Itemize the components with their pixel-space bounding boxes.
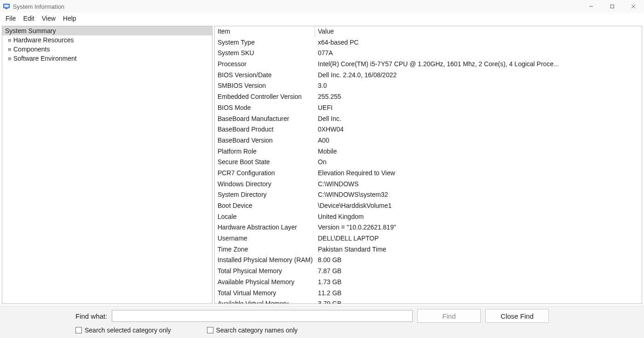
expand-icon[interactable]: ⊞ (7, 56, 12, 62)
list-row[interactable]: BIOS ModeUEFI (215, 103, 642, 114)
checkbox-selected-category[interactable]: Search selected category only (75, 327, 171, 334)
window-controls (581, 0, 644, 13)
list-row[interactable]: Available Physical Memory1.73 GB (215, 277, 642, 288)
list-row[interactable]: BIOS Version/DateDell Inc. 2.24.0, 16/08… (215, 70, 642, 81)
cell-value: Pakistan Standard Time (315, 245, 642, 255)
list-row[interactable]: Boot Device\Device\HarddiskVolume1 (215, 201, 642, 212)
expand-icon[interactable]: ⊞ (7, 46, 12, 52)
cell-value: DELL\DELL LAPTOP (315, 234, 642, 244)
cell-item: Available Physical Memory (215, 277, 315, 287)
find-input[interactable] (112, 310, 413, 322)
cell-value: 255.255 (315, 92, 642, 102)
cell-value: Elevation Required to View (315, 168, 642, 178)
find-button[interactable]: Find (417, 309, 481, 323)
cell-item: Available Virtual Memory (215, 299, 315, 304)
list-row[interactable]: BaseBoard Product0XHW04 (215, 124, 642, 135)
cell-item: BIOS Mode (215, 103, 315, 113)
cell-item: Installed Physical Memory (RAM) (215, 255, 315, 265)
col-header-item[interactable]: Item (215, 27, 315, 37)
tree-label: Software Environment (13, 55, 77, 62)
checkbox-category-names[interactable]: Search category names only (207, 327, 298, 334)
cell-value: A00 (315, 136, 642, 146)
list-row[interactable]: Total Virtual Memory11.2 GB (215, 288, 642, 299)
cell-item: Total Physical Memory (215, 266, 315, 276)
title-bar: System Information (0, 0, 644, 13)
app-icon (3, 3, 10, 10)
cell-value: Mobile (315, 147, 642, 157)
list-row[interactable]: Installed Physical Memory (RAM)8.00 GB (215, 255, 642, 266)
tree-node-hardware-resources[interactable]: ⊞ Hardware Resources (2, 35, 212, 45)
svg-rect-1 (4, 5, 9, 7)
find-bar: Find what: Find Close Find Search select… (0, 306, 644, 338)
cell-value: 1.73 GB (315, 277, 642, 287)
details-list: Item Value System Typex64-based PCSystem… (214, 26, 642, 304)
cell-item: Hardware Abstraction Layer (215, 223, 315, 233)
menu-view[interactable]: View (38, 14, 59, 23)
list-row[interactable]: UsernameDELL\DELL LAPTOP (215, 233, 642, 244)
list-row[interactable]: Time ZonePakistan Standard Time (215, 244, 642, 255)
list-row[interactable]: BaseBoard ManufacturerDell Inc. (215, 114, 642, 125)
details-scroll[interactable]: Item Value System Typex64-based PCSystem… (215, 26, 642, 304)
checkbox-icon (75, 327, 82, 333)
list-row[interactable]: System DirectoryC:\WINDOWS\system32 (215, 189, 642, 201)
cell-value: 0XHW04 (315, 125, 642, 135)
list-row[interactable]: Secure Boot StateOn (215, 157, 642, 168)
tree-node-components[interactable]: ⊞ Components (2, 45, 212, 54)
expand-icon[interactable]: ⊞ (7, 37, 12, 43)
tree-label: Components (13, 46, 50, 53)
checkbox-icon (207, 327, 213, 333)
cell-value: United Kingdom (315, 212, 642, 222)
list-row[interactable]: BaseBoard VersionA00 (215, 135, 642, 146)
cell-item: Total Virtual Memory (215, 288, 315, 298)
list-row[interactable]: Available Virtual Memory3.79 GB (215, 298, 642, 304)
window-title: System Information (13, 3, 64, 10)
list-row[interactable]: System Typex64-based PC (215, 37, 642, 48)
checkbox-label: Search category names only (216, 327, 298, 334)
list-row[interactable]: System SKU077A (215, 48, 642, 59)
cell-value: Dell Inc. (315, 114, 642, 124)
tree-label: System Summary (5, 27, 56, 34)
cell-item: BIOS Version/Date (215, 70, 315, 80)
cell-value: x64-based PC (315, 38, 642, 48)
list-row[interactable]: ProcessorIntel(R) Core(TM) i5-7Y57 CPU @… (215, 59, 642, 70)
cell-value: 077A (315, 48, 642, 58)
cell-value: 7.87 GB (315, 266, 642, 276)
cell-item: BaseBoard Manufacturer (215, 114, 315, 124)
cell-item: Platform Role (215, 147, 315, 157)
menu-help[interactable]: Help (59, 14, 80, 23)
cell-item: Processor (215, 59, 315, 69)
list-row[interactable]: LocaleUnited Kingdom (215, 212, 642, 223)
minimize-button[interactable] (581, 0, 602, 13)
list-header[interactable]: Item Value (215, 26, 642, 37)
checkbox-label: Search selected category only (85, 327, 171, 334)
cell-value: 3.0 (315, 81, 642, 91)
list-row[interactable]: Total Physical Memory7.87 GB (215, 266, 642, 277)
tree-node-software-environment[interactable]: ⊞ Software Environment (2, 54, 212, 63)
cell-item: Username (215, 234, 315, 244)
close-button[interactable] (623, 0, 644, 13)
col-header-value[interactable]: Value (315, 27, 642, 37)
menu-edit[interactable]: Edit (20, 14, 38, 23)
cell-value: Intel(R) Core(TM) i5-7Y57 CPU @ 1.20GHz,… (315, 59, 642, 69)
svg-rect-3 (611, 5, 614, 8)
cell-value: Dell Inc. 2.24.0, 16/08/2022 (315, 70, 642, 80)
cell-value: UEFI (315, 103, 642, 113)
close-find-button[interactable]: Close Find (485, 309, 549, 323)
cell-value: On (315, 157, 642, 167)
maximize-button[interactable] (602, 0, 623, 13)
tree-node-system-summary[interactable]: System Summary (2, 26, 212, 35)
cell-item: Secure Boot State (215, 157, 315, 167)
list-row[interactable]: Hardware Abstraction LayerVersion = "10.… (215, 222, 642, 233)
cell-item: BaseBoard Version (215, 136, 315, 146)
list-row[interactable]: Windows DirectoryC:\WINDOWS (215, 179, 642, 190)
cell-item: Locale (215, 212, 315, 222)
list-row[interactable]: PCR7 ConfigurationElevation Required to … (215, 168, 642, 179)
menu-file[interactable]: File (2, 14, 20, 23)
category-tree[interactable]: System Summary ⊞ Hardware Resources ⊞ Co… (2, 26, 213, 304)
list-row[interactable]: Embedded Controller Version255.255 (215, 92, 642, 103)
cell-item: PCR7 Configuration (215, 168, 315, 178)
list-row[interactable]: SMBIOS Version3.0 (215, 80, 642, 92)
cell-value: 11.2 GB (315, 288, 642, 298)
list-row[interactable]: Platform RoleMobile (215, 146, 642, 157)
cell-item: SMBIOS Version (215, 81, 315, 91)
